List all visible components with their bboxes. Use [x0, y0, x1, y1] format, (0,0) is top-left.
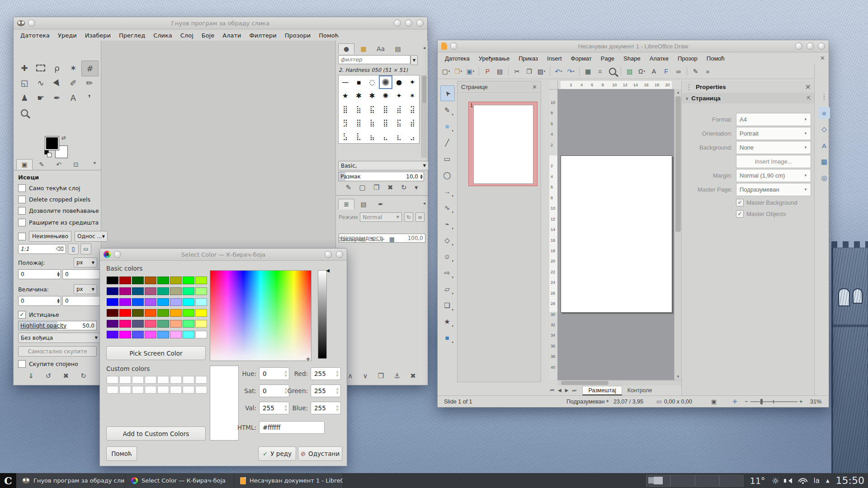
layers-tab[interactable]: ≣	[338, 199, 354, 210]
curves-and-polygons-icon[interactable]: ∿▾	[440, 200, 454, 215]
brush-swatch[interactable]: ⣻	[339, 116, 352, 130]
pencil-tool-icon[interactable]: ✏	[81, 75, 98, 90]
lines-and-arrows-icon[interactable]: →▾	[440, 184, 454, 199]
custom-color-swatch[interactable]	[107, 376, 118, 384]
brush-swatch[interactable]: ⣦	[365, 130, 379, 143]
dropdown-arrow-icon[interactable]: ▾	[452, 194, 453, 198]
basic-color-swatch[interactable]	[183, 331, 194, 338]
checkbox-checked[interactable]: ✓	[18, 311, 26, 319]
panel-drag-handle[interactable]: ⋮	[685, 83, 693, 91]
paths-tab[interactable]: ✒	[373, 199, 389, 210]
sidebar-gallery-icon[interactable]: ▦	[818, 156, 830, 168]
weather-sun-icon[interactable]: ☼	[771, 476, 779, 486]
insert-image-button[interactable]: Insert Image...	[736, 155, 811, 168]
fuzzy-select-tool-icon[interactable]: ✶	[65, 61, 81, 75]
basic-color-swatch[interactable]	[119, 287, 131, 295]
open-icon[interactable]: ❒▾	[453, 66, 464, 77]
dropdown-arrow-icon[interactable]: ▾	[452, 341, 453, 344]
app-menu-button[interactable]: C	[0, 473, 16, 488]
basic-color-swatch[interactable]	[157, 331, 169, 338]
basic-color-swatch[interactable]	[132, 309, 144, 317]
checkbox[interactable]	[18, 233, 26, 240]
tool-options-tab[interactable]: ▣	[16, 159, 33, 170]
warp-transform-tool-icon[interactable]: ∿	[33, 75, 49, 90]
orientation-dropdown[interactable]: Portrait▼	[736, 127, 811, 140]
zoom-in-icon[interactable]: +	[799, 399, 802, 405]
dropdown-arrow-icon[interactable]: ▾	[448, 70, 450, 73]
dropdown-arrow-icon[interactable]: ▾	[452, 211, 453, 214]
brush-swatch[interactable]: ✱	[352, 89, 366, 103]
menu-Изабери[interactable]: Изабери	[81, 30, 115, 41]
basic-color-swatch[interactable]	[183, 277, 194, 284]
basic-color-swatch[interactable]	[170, 277, 182, 284]
more-options-icon[interactable]: ⇱	[807, 95, 811, 101]
close-document-icon[interactable]: ✕	[820, 55, 825, 61]
print-directly-icon[interactable]: ▤	[494, 66, 505, 77]
hue-saturation-picker[interactable]: +	[210, 270, 311, 361]
insert-line-icon[interactable]: ╱	[440, 135, 454, 150]
filter-dropdown-icon[interactable]: ▼	[410, 55, 418, 65]
insert-special-character-icon[interactable]: Ω▾	[636, 66, 647, 77]
auto-shrink-button[interactable]: Самостално скупите	[18, 346, 97, 357]
basic-color-swatch[interactable]	[195, 277, 207, 284]
menu-Боје[interactable]: Боје	[198, 30, 218, 41]
gimp-titlebar[interactable]: Гнуов програм за обраду слика	[14, 17, 427, 29]
workspace-pager[interactable]	[646, 475, 744, 487]
delete-layer-button[interactable]: ✖	[410, 372, 416, 380]
fit-slide-icon[interactable]: ✛	[732, 398, 737, 405]
scroll-down-icon[interactable]: ▼	[676, 375, 680, 379]
menu-Преглед[interactable]: Преглед	[115, 30, 149, 41]
basic-color-swatch[interactable]	[107, 298, 118, 306]
reset-tool-options-button[interactable]: ↻	[80, 372, 86, 380]
background-dropdown[interactable]: None▼	[736, 141, 811, 154]
format-dropdown[interactable]: A4▼	[736, 113, 811, 126]
brush-swatch[interactable]: ✦	[406, 75, 419, 89]
brush-swatch[interactable]: ⣷	[365, 116, 379, 130]
basic-color-swatch[interactable]	[170, 298, 182, 306]
menu-Приказ[interactable]: Приказ	[514, 53, 542, 64]
dropdown-arrow-icon[interactable]: ▾	[643, 70, 645, 73]
brush-swatch[interactable]: ◌	[365, 75, 379, 89]
maximize-button[interactable]	[807, 42, 814, 50]
clock[interactable]: 15:50	[836, 475, 864, 486]
brush-swatch[interactable]: ✺	[379, 89, 392, 103]
brush-swatch[interactable]: ★	[339, 89, 352, 103]
brush-swatch[interactable]: ⣷	[352, 103, 366, 116]
copy-icon[interactable]: ❐	[524, 66, 535, 77]
checkbox[interactable]	[18, 219, 26, 226]
custom-color-swatch[interactable]	[119, 386, 131, 394]
menu-Алатке[interactable]: Алатке	[645, 53, 673, 64]
dock-menu-icon[interactable]: ◂	[423, 45, 425, 50]
tab-controls[interactable]: Контроле	[622, 386, 658, 394]
tray-expander-icon[interactable]: ▲	[826, 478, 830, 483]
save-icon[interactable]: ▣▾	[465, 66, 476, 77]
sidebar-properties-icon[interactable]: ≡	[818, 107, 830, 119]
basic-color-swatch[interactable]	[107, 320, 118, 328]
dropdown-arrow-icon[interactable]: ▾	[461, 70, 462, 73]
brush-swatch[interactable]: ✶	[406, 89, 419, 103]
basic-color-swatch[interactable]	[145, 331, 156, 338]
size-unit-dropdown[interactable]: px▼	[74, 284, 97, 294]
custom-color-swatch[interactable]	[119, 376, 131, 384]
checkbox[interactable]	[18, 196, 26, 203]
display-grid-icon[interactable]: ▦	[582, 66, 594, 77]
brush-swatch[interactable]: ⣿	[339, 103, 352, 116]
next-page-icon[interactable]: ▶	[565, 388, 569, 393]
brush-swatch[interactable]: ✱	[365, 89, 379, 103]
default-colors-icon[interactable]	[47, 153, 52, 157]
connectors-icon[interactable]: ⌁▾	[440, 216, 454, 231]
checkbox[interactable]	[18, 360, 26, 368]
lock-alpha-icon[interactable]: ▦	[389, 236, 395, 243]
menu-Помоћ[interactable]: Помоћ	[702, 53, 729, 64]
keyboard-layout[interactable]: la	[814, 477, 820, 485]
basic-color-swatch[interactable]	[195, 320, 207, 328]
fontwork-icon[interactable]: F	[660, 66, 672, 77]
window-menu-button[interactable]	[28, 19, 35, 27]
prev-page-icon[interactable]: ◀	[558, 388, 561, 393]
draw-page[interactable]	[561, 155, 672, 313]
shrink-merged-row[interactable]: Скупите спојено	[18, 360, 78, 368]
dialog-titlebar[interactable]: Select Color — К-бирач-боја	[100, 249, 347, 261]
brush-scrollbar[interactable]	[421, 75, 427, 158]
text-tool-icon[interactable]: A	[65, 90, 81, 105]
cancel-button[interactable]: ⊘ Одустани	[298, 446, 342, 461]
